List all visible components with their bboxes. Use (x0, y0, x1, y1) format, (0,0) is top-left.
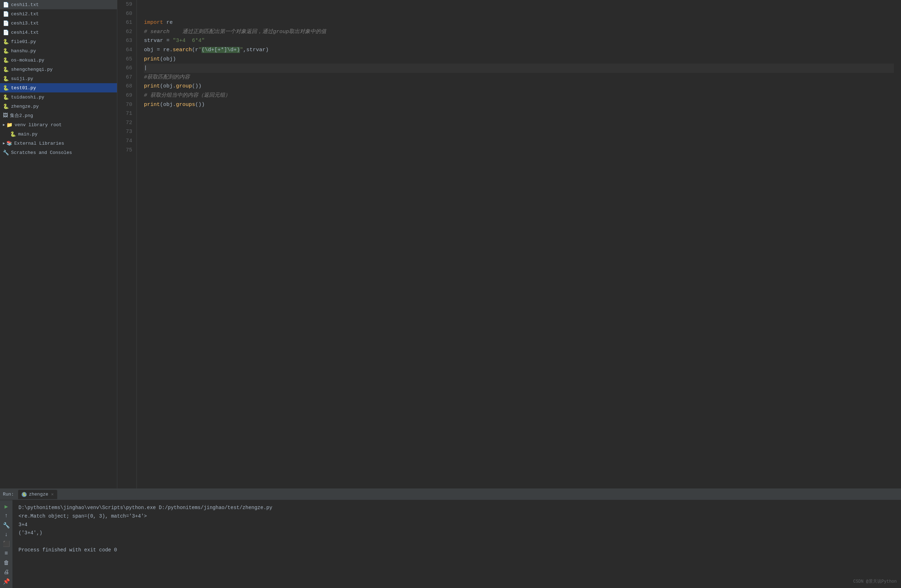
txt-icon: 📄 (3, 20, 9, 26)
file-label: ceshi4.txt (11, 30, 39, 35)
code-line-66: | (144, 64, 894, 73)
run-toolbar: ▶ ↑ 🔧 ↓ ⬛ ≡ 🗑 🖨 📌 (0, 500, 13, 588)
code-line-68: print(obj.group()) (144, 82, 894, 91)
file-label: ceshi3.txt (11, 20, 39, 26)
file-item-ceshi3[interactable]: 📄 ceshi3.txt (0, 19, 117, 28)
py-icon: 🐍 (3, 67, 9, 73)
py-icon: 🐍 (3, 39, 9, 45)
console-line-empty (19, 538, 895, 546)
stop-button[interactable]: ⬛ (2, 540, 11, 547)
print-button[interactable]: 🖨 (2, 568, 11, 576)
editor-area: 59 60 61 62 63 64 65 66 67 68 69 70 71 7… (117, 0, 901, 488)
file-label: os-mokuai.py (11, 58, 44, 63)
ext-lib-label: External Libraries (14, 141, 64, 146)
file-label: hanshu.py (11, 48, 36, 54)
scratches-icon: 🔧 (3, 150, 9, 156)
console-output[interactable]: D:\pythonitems\jinghao\venv\Scripts\pyth… (13, 500, 901, 588)
code-line-70: print(obj.groups()) (144, 100, 894, 109)
code-line-60 (144, 9, 894, 19)
wrap-button[interactable]: ≡ (2, 550, 11, 557)
file-item-ceshi2[interactable]: 📄 ceshi2.txt (0, 9, 117, 19)
py-icon: 🐍 (3, 85, 9, 91)
file-label: file01.py (11, 39, 36, 44)
bottom-content: ▶ ↑ 🔧 ↓ ⬛ ≡ 🗑 🖨 📌 D:\pythonitems\jinghao… (0, 500, 901, 588)
run-button[interactable]: ▶ (2, 503, 11, 510)
code-line-74 (144, 137, 894, 146)
code-line-73 (144, 127, 894, 137)
console-line-path: D:\pythonitems\jinghao\venv\Scripts\pyth… (19, 504, 895, 512)
code-line-71 (144, 109, 894, 119)
file-label: main.py (18, 131, 38, 137)
python-tab-icon: 🐍 (22, 492, 26, 497)
file-label: shengchengqi.py (11, 67, 53, 72)
py-icon: 🐍 (3, 48, 9, 54)
code-line-65: print(obj) (144, 55, 894, 64)
code-line-61: import re (144, 18, 894, 27)
line-numbers: 59 60 61 62 63 64 65 66 67 68 69 70 71 7… (117, 0, 137, 488)
close-tab-button[interactable]: ✕ (51, 492, 54, 497)
file-item-ceshi4[interactable]: 📄 ceshi4.txt (0, 28, 117, 37)
txt-icon: 📄 (3, 2, 9, 8)
console-line-result1: 3+4 (19, 521, 895, 529)
run-label: Run: (3, 492, 14, 497)
console-line-exit: Process finished with exit code 0 (19, 546, 895, 555)
scroll-up-button[interactable]: ↑ (2, 512, 11, 519)
file-item-jihe2[interactable]: 🖼 集合2.png (0, 111, 117, 120)
py-icon: 🐍 (3, 103, 9, 109)
file-label: 集合2.png (10, 112, 33, 119)
watermark: CSDN @景天说Python (853, 579, 897, 585)
folder-venv[interactable]: ▶ 📁 venv library root (0, 120, 117, 129)
file-label: zhengze.py (11, 104, 39, 109)
main-area: 📄 ceshi1.txt 📄 ceshi2.txt 📄 ceshi3.txt 📄… (0, 0, 901, 488)
code-lines[interactable]: import re # search 通过正则匹配出第一个对象返回，通过grou… (137, 0, 901, 488)
code-line-69: # 获取分组当中的内容（返回元组） (144, 91, 894, 100)
py-icon: 🐍 (3, 57, 9, 63)
file-label: ceshi1.txt (11, 2, 39, 8)
code-line-75 (144, 146, 894, 155)
code-container: 59 60 61 62 63 64 65 66 67 68 69 70 71 7… (117, 0, 901, 488)
console-line-result2: ('3+4',) (19, 529, 895, 538)
run-tabs: Run: 🐍 zhengze ✕ (0, 489, 901, 500)
file-item-osmokuai[interactable]: 🐍 os-mokuai.py (0, 55, 117, 65)
arrow-right-icon: ▶ (3, 123, 5, 127)
file-item-shengchengqi[interactable]: 🐍 shengchengqi.py (0, 65, 117, 74)
file-item-file01[interactable]: 🐍 file01.py (0, 37, 117, 46)
file-label: test01.py (11, 85, 36, 90)
img-icon: 🖼 (3, 113, 8, 119)
folder-label: venv library root (14, 122, 62, 128)
file-item-suiji[interactable]: 🐍 suiji.py (0, 74, 117, 83)
arrow-right-icon: ▶ (3, 141, 5, 145)
ext-lib-icon: 📚 (6, 140, 12, 146)
run-tab-zhengze[interactable]: 🐍 zhengze ✕ (18, 490, 57, 499)
clear-button[interactable]: 🗑 (2, 559, 11, 566)
folder-icon: 📁 (6, 122, 12, 128)
file-item-test01[interactable]: 🐍 test01.py (0, 83, 117, 92)
file-item-hanshu[interactable]: 🐍 hanshu.py (0, 46, 117, 55)
run-tab-label: zhengze (29, 492, 48, 497)
code-line-67: #获取匹配到的内容 (144, 73, 894, 82)
file-label: suiji.py (11, 76, 33, 81)
code-line-63: strvar = "3+4 6*4" (144, 36, 894, 45)
code-line-62: # search 通过正则匹配出第一个对象返回，通过group取出对象中的值 (144, 27, 894, 37)
bottom-panel: Run: 🐍 zhengze ✕ ▶ ↑ 🔧 ↓ ⬛ ≡ 🗑 🖨 📌 D:\py… (0, 488, 901, 588)
folder-external-libraries[interactable]: ▶ 📚 External Libraries (0, 139, 117, 148)
file-item-ceshi1[interactable]: 📄 ceshi1.txt (0, 0, 117, 9)
py-icon: 🐍 (10, 131, 16, 137)
py-icon: 🐍 (3, 76, 9, 82)
file-label: ceshi2.txt (11, 11, 39, 17)
settings-button[interactable]: 🔧 (2, 522, 11, 529)
code-line-64: obj = re.search(r"(\d+[+*]\d+)",strvar) (144, 45, 894, 55)
file-item-tuidaoshi[interactable]: 🐍 tuidaoshi.py (0, 92, 117, 102)
scratches-and-consoles[interactable]: 🔧 Scratches and Consoles (0, 148, 117, 157)
code-line-72 (144, 119, 894, 128)
txt-icon: 📄 (3, 30, 9, 36)
file-label: tuidaoshi.py (11, 95, 44, 100)
console-line-match: <re.Match object; span=(0, 3), match='3+… (19, 512, 895, 521)
sidebar: 📄 ceshi1.txt 📄 ceshi2.txt 📄 ceshi3.txt 📄… (0, 0, 117, 488)
scroll-down-button[interactable]: ↓ (2, 531, 11, 538)
file-item-zhengze[interactable]: 🐍 zhengze.py (0, 102, 117, 111)
scratches-label: Scratches and Consoles (11, 150, 72, 155)
file-item-main[interactable]: 🐍 main.py (0, 129, 117, 139)
py-icon: 🐍 (3, 94, 9, 100)
pin-button[interactable]: 📌 (2, 578, 11, 585)
